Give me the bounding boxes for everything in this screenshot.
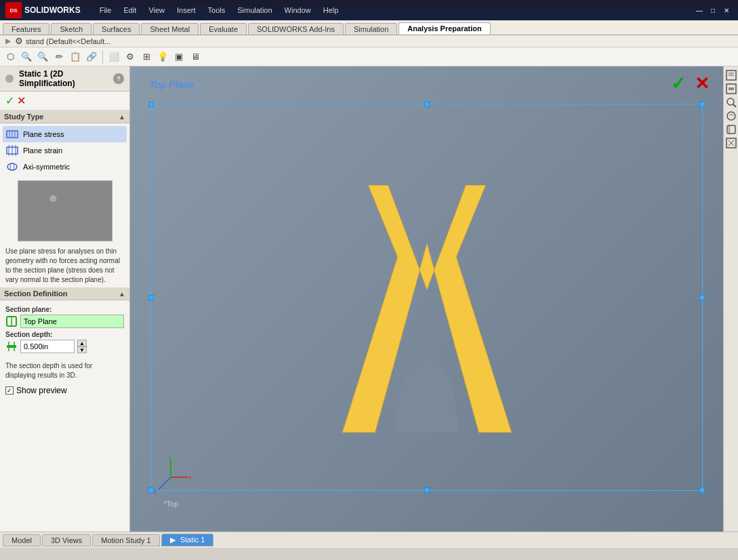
plane-strain-icon bbox=[5, 144, 19, 157]
study-type-preview bbox=[18, 180, 112, 241]
show-preview-checkbox[interactable] bbox=[5, 386, 14, 395]
study-type-options: Plane stress Plane strain Axi-symmetric bbox=[0, 123, 129, 178]
depth-decrement-button[interactable]: ▼ bbox=[77, 346, 87, 353]
section-definition-content: Section plane: Section depth: ▲ bbox=[0, 300, 129, 359]
tab-solidworks-addins[interactable]: SOLIDWORKS Add-Ins bbox=[248, 23, 344, 35]
breadcrumb-bar: ▶ ⚙ stand (Default<<Default... bbox=[0, 35, 738, 47]
maximize-button[interactable]: □ bbox=[707, 4, 719, 16]
tab-features[interactable]: Features bbox=[3, 23, 49, 35]
depth-increment-button[interactable]: ▲ bbox=[77, 340, 87, 346]
accept-button[interactable]: ✓ bbox=[5, 94, 14, 107]
menu-help[interactable]: Help bbox=[318, 5, 344, 16]
a-shape-container bbox=[164, 100, 689, 504]
handle-tr[interactable] bbox=[699, 102, 705, 107]
plane-stress-icon bbox=[5, 127, 19, 141]
study-type-label: Study Type bbox=[4, 113, 43, 121]
svg-text:x: x bbox=[188, 474, 191, 481]
menu-file[interactable]: File bbox=[94, 5, 117, 16]
main-content: Static 1 (2D Simplification) ? ✓ ✕ Study… bbox=[0, 66, 738, 532]
tab-sheet-metal[interactable]: Sheet Metal bbox=[141, 23, 199, 35]
cancel-button[interactable]: ✕ bbox=[17, 94, 26, 107]
study-option-plane-stress[interactable]: Plane stress bbox=[3, 126, 127, 142]
handle-tl[interactable] bbox=[148, 102, 154, 107]
tab-surfaces[interactable]: Surfaces bbox=[93, 23, 140, 35]
show-preview-row: Show preview bbox=[0, 383, 129, 398]
help-button[interactable]: ? bbox=[113, 73, 124, 84]
menu-bar: File Edit View Insert Tools Simulation W… bbox=[94, 5, 344, 16]
svg-point-8 bbox=[7, 163, 17, 170]
tab-sketch[interactable]: Sketch bbox=[51, 23, 91, 35]
logo: DS SOLIDWORKS bbox=[5, 2, 81, 18]
toolbar-btn-12[interactable]: 🖥 bbox=[188, 49, 203, 64]
toolbar-btn-1[interactable]: ⬡ bbox=[3, 49, 18, 64]
menu-view[interactable]: View bbox=[143, 5, 170, 16]
toolbar-btn-4[interactable]: ✏ bbox=[52, 49, 66, 64]
depth-spinner: ▲ ▼ bbox=[77, 340, 87, 353]
command-tabs: Features Sketch Surfaces Sheet Metal Eva… bbox=[0, 20, 738, 35]
section-depth-input[interactable] bbox=[20, 340, 75, 353]
viewport-cancel-button[interactable]: ✕ bbox=[695, 73, 710, 94]
panel-header: Static 1 (2D Simplification) ? bbox=[0, 66, 129, 92]
toolbar-btn-11[interactable]: ▣ bbox=[171, 49, 186, 64]
right-icon-3[interactable] bbox=[725, 96, 737, 108]
menu-insert[interactable]: Insert bbox=[171, 5, 201, 16]
toolbar-btn-5[interactable]: 📋 bbox=[68, 49, 83, 64]
svg-line-21 bbox=[159, 477, 171, 489]
minimize-button[interactable]: — bbox=[693, 4, 705, 16]
handle-br[interactable] bbox=[699, 487, 705, 493]
tab-evaluate[interactable]: Evaluate bbox=[200, 23, 247, 35]
show-preview-label: Show preview bbox=[16, 386, 67, 395]
tab-static-1[interactable]: ▶ Static 1 bbox=[161, 534, 214, 546]
menu-edit[interactable]: Edit bbox=[118, 5, 142, 16]
tab-motion-study-1[interactable]: Motion Study 1 bbox=[92, 534, 159, 546]
axes-indicator: x y z *Top bbox=[150, 457, 191, 508]
bottom-tabs: Model 3D Views Motion Study 1 ▶ Static 1 bbox=[0, 532, 738, 548]
study-type-collapse-icon: ▲ bbox=[119, 113, 125, 121]
section-definition-header[interactable]: Section Definition ▲ bbox=[0, 287, 129, 300]
tab-model[interactable]: Model bbox=[3, 534, 41, 546]
panel-title: Static 1 (2D Simplification) bbox=[19, 69, 108, 88]
close-button[interactable]: ✕ bbox=[720, 4, 733, 16]
right-icon-1[interactable] bbox=[725, 69, 737, 81]
left-panel: Static 1 (2D Simplification) ? ✓ ✕ Study… bbox=[0, 66, 130, 532]
toolbar-btn-9[interactable]: ⊞ bbox=[139, 49, 154, 64]
toolbar-btn-3[interactable]: 🔍 bbox=[35, 49, 50, 64]
study-type-description: Use plane stress for analyses on thin ge… bbox=[0, 244, 129, 287]
svg-text:z: z bbox=[154, 488, 157, 495]
study-option-axi-symmetric[interactable]: Axi-symmetric bbox=[3, 159, 127, 175]
tab-simulation[interactable]: Simulation bbox=[345, 23, 397, 35]
plane-strain-label: Plane strain bbox=[23, 146, 62, 155]
toolbar-btn-6[interactable]: 🔗 bbox=[84, 49, 99, 64]
left-panel-scroll[interactable]: Study Type ▲ Plane stress Plane strain bbox=[0, 111, 129, 532]
menu-simulation[interactable]: Simulation bbox=[232, 5, 277, 16]
tab-analysis-preparation[interactable]: Analysis Preparation bbox=[398, 22, 490, 35]
toolbar-sep-1 bbox=[102, 50, 103, 64]
section-definition-collapse-icon: ▲ bbox=[119, 290, 125, 298]
tab-3d-views[interactable]: 3D Views bbox=[42, 534, 91, 546]
axes-svg: x y z bbox=[150, 457, 191, 498]
section-plane-input[interactable] bbox=[20, 315, 124, 328]
right-icon-4[interactable] bbox=[725, 110, 737, 122]
section-depth-note: The section depth is used for displaying… bbox=[0, 359, 129, 383]
study-type-section-header[interactable]: Study Type ▲ bbox=[0, 111, 129, 123]
right-panel bbox=[723, 66, 738, 532]
handle-mr[interactable] bbox=[699, 295, 705, 300]
right-icon-6[interactable] bbox=[725, 137, 737, 149]
toolbar-btn-7[interactable]: ⬜ bbox=[106, 49, 121, 64]
viewport-accept-button[interactable]: ✓ bbox=[671, 73, 686, 94]
study-option-plane-strain[interactable]: Plane strain bbox=[3, 142, 127, 159]
right-icon-2[interactable] bbox=[725, 83, 737, 95]
handle-ml[interactable] bbox=[148, 295, 154, 300]
toolbar-btn-10[interactable]: 💡 bbox=[155, 49, 170, 64]
svg-text:y: y bbox=[169, 457, 172, 461]
svg-rect-33 bbox=[727, 125, 735, 134]
viewport-inner: Top Plane bbox=[130, 66, 723, 532]
svg-line-31 bbox=[733, 104, 736, 107]
toolbar-btn-2[interactable]: 🔍 bbox=[19, 49, 34, 64]
menu-tools[interactable]: Tools bbox=[203, 5, 231, 16]
right-icon-5[interactable] bbox=[725, 123, 737, 136]
menu-window[interactable]: Window bbox=[279, 5, 316, 16]
toolbar-btn-8[interactable]: ⚙ bbox=[123, 49, 138, 64]
section-definition-label: Section Definition bbox=[4, 289, 68, 298]
title-bar: DS SOLIDWORKS File Edit View Insert Tool… bbox=[0, 0, 738, 20]
